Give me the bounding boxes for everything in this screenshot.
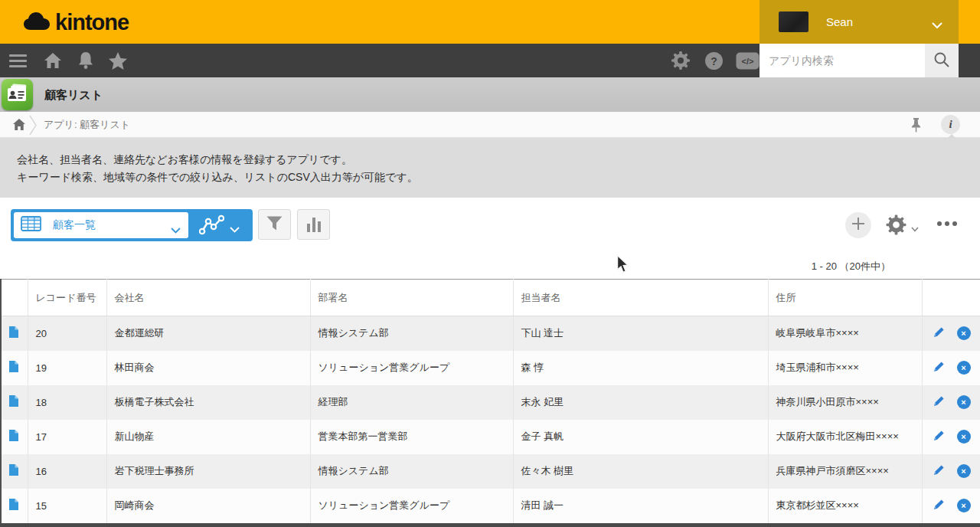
header-actions-col	[922, 280, 980, 316]
gear-icon	[886, 214, 906, 238]
pencil-icon	[933, 394, 946, 410]
breadcrumb-separator-icon	[29, 115, 38, 139]
kintone-logo[interactable]: kintone	[23, 10, 129, 35]
pin-icon[interactable]	[910, 117, 922, 136]
edit-record-button[interactable]	[933, 498, 946, 513]
edit-record-button[interactable]	[933, 360, 946, 375]
delete-record-button[interactable]: ×	[957, 361, 971, 375]
window-bottom-edge	[0, 523, 980, 527]
cell-department: 経理部	[310, 385, 513, 420]
chevron-down-icon	[171, 223, 181, 237]
pencil-icon	[933, 498, 946, 513]
breadcrumb-home-icon[interactable]	[12, 118, 26, 134]
edit-record-button[interactable]	[933, 326, 946, 341]
edit-record-button[interactable]	[933, 394, 946, 410]
customer-app-icon	[2, 79, 33, 110]
cell-address: 神奈川県小田原市××××	[768, 385, 922, 420]
cell-company: 岩下税理士事務所	[106, 454, 310, 489]
filter-button[interactable]	[258, 209, 291, 240]
svg-text:?: ?	[710, 54, 717, 67]
table-row: 16 岩下税理士事務所 情報システム部 佐々木 樹里 兵庫県神戸市須磨区××××…	[0, 454, 980, 489]
help-icon[interactable]: ?	[704, 44, 724, 77]
avatar	[779, 11, 808, 32]
cell-department: 情報システム部	[310, 454, 513, 489]
header-address[interactable]: 住所	[768, 280, 922, 316]
record-document-icon[interactable]	[8, 429, 19, 442]
cell-contact: 佐々木 樹里	[513, 454, 768, 489]
header-company[interactable]: 会社名	[106, 280, 310, 316]
delete-record-button[interactable]: ×	[957, 326, 971, 340]
cell-record-no: 19	[28, 351, 106, 385]
bar-chart-icon	[307, 218, 321, 232]
top-bar: kintone Sean	[0, 0, 980, 44]
cell-contact: 清田 誠一	[513, 489, 768, 523]
header-record-no[interactable]: レコード番号	[28, 280, 106, 316]
chevron-down-icon	[931, 18, 943, 32]
favorites-star-icon[interactable]	[108, 44, 128, 77]
cell-record-no: 15	[28, 489, 106, 523]
view-selector[interactable]: 顧客一覧	[11, 209, 253, 241]
cell-record-no: 20	[28, 316, 106, 351]
record-table: レコード番号 会社名 部署名 担当者名 住所 20 金都運総研 情報システム部 …	[0, 279, 980, 523]
table-row: 20 金都運総研 情報システム部 下山 達士 岐阜県岐阜市×××× ×	[0, 316, 980, 351]
window-left-edge	[0, 279, 2, 523]
table-view-icon	[21, 216, 41, 234]
cell-address: 埼玉県浦和市××××	[768, 351, 922, 385]
breadcrumb-app-link[interactable]: アプリ: 顧客リスト	[44, 112, 130, 137]
delete-record-button[interactable]: ×	[957, 395, 971, 409]
cloud-icon	[23, 11, 51, 34]
add-record-button[interactable]	[845, 212, 871, 238]
chevron-down-icon[interactable]	[230, 222, 240, 236]
table-row: 19 林田商会 ソリューション営業グループ 森 惇 埼玉県浦和市×××× ×	[0, 351, 980, 385]
settings-gear-icon[interactable]	[671, 44, 691, 77]
cell-contact: 末永 妃里	[513, 385, 768, 420]
header-department[interactable]: 部署名	[310, 280, 513, 316]
search-button[interactable]	[925, 44, 959, 77]
cell-address: 東京都杉並区××××	[768, 489, 922, 523]
home-icon[interactable]	[43, 44, 63, 77]
pencil-icon	[933, 463, 946, 479]
delete-record-button[interactable]: ×	[957, 464, 971, 478]
hamburger-menu-icon[interactable]	[9, 44, 27, 77]
nav-bar: ? </>	[0, 44, 980, 77]
cell-department: 営業本部第一営業部	[310, 420, 513, 454]
more-options-button[interactable]	[937, 221, 957, 226]
pencil-icon	[933, 360, 946, 375]
chart-button[interactable]	[297, 209, 330, 240]
delete-record-button[interactable]: ×	[957, 430, 971, 444]
cell-address: 岐阜県岐阜市××××	[768, 316, 922, 351]
user-name: Sean	[826, 15, 853, 28]
cell-contact: 金子 真帆	[513, 420, 768, 454]
edit-record-button[interactable]	[933, 463, 946, 479]
cell-contact: 下山 達士	[513, 316, 768, 351]
cell-address: 大阪府大阪市北区梅田××××	[768, 420, 922, 454]
app-settings-button[interactable]	[886, 214, 919, 238]
pagination-label: 1 - 20 （20件中）	[812, 260, 890, 273]
info-button[interactable]: i	[941, 115, 960, 134]
cell-contact: 森 惇	[513, 351, 768, 385]
delete-record-button[interactable]: ×	[957, 499, 971, 512]
graph-view-icon[interactable]	[199, 214, 224, 239]
notifications-bell-icon[interactable]	[77, 44, 95, 77]
code-icon[interactable]: </>	[736, 44, 760, 77]
search-input[interactable]	[760, 44, 925, 77]
table-row: 18 板橋電子株式会社 経理部 末永 妃里 神奈川県小田原市×××× ×	[0, 385, 980, 420]
cell-department: 情報システム部	[310, 316, 513, 351]
header-contact[interactable]: 担当者名	[513, 280, 768, 316]
record-document-icon[interactable]	[8, 326, 19, 339]
app-description: 会社名、担当者名、連絡先などお客様の情報を登録するアプリです。 キーワード検索、…	[0, 138, 980, 198]
record-document-icon[interactable]	[8, 498, 19, 511]
record-document-icon[interactable]	[8, 463, 19, 476]
view-dropdown[interactable]: 顧客一覧	[14, 212, 188, 238]
cell-company: 林田商会	[106, 351, 310, 385]
record-document-icon[interactable]	[8, 394, 19, 408]
record-document-icon[interactable]	[8, 360, 19, 373]
mouse-cursor	[616, 254, 631, 278]
app-title-bar: 顧客リスト	[0, 77, 980, 112]
pencil-icon	[933, 429, 946, 444]
user-menu[interactable]: Sean	[760, 0, 959, 44]
edit-record-button[interactable]	[933, 429, 946, 444]
table-body: 20 金都運総研 情報システム部 下山 達士 岐阜県岐阜市×××× × 19 林…	[0, 316, 980, 523]
page-title: 顧客リスト	[44, 77, 103, 112]
description-line-2: キーワード検索、地域等の条件での絞り込み、リストのCSV入出力等が可能です。	[17, 169, 980, 186]
